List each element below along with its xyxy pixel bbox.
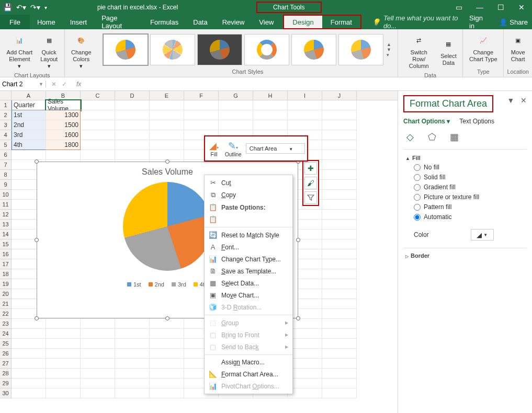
cell[interactable] <box>322 100 357 110</box>
automatic-fill-radio[interactable] <box>414 214 421 221</box>
cell[interactable] <box>322 329 357 339</box>
chart-styles-more-icon[interactable]: ▲▼▾ <box>386 42 392 58</box>
cell[interactable] <box>150 369 184 378</box>
cell[interactable] <box>322 220 357 230</box>
cell[interactable] <box>288 120 322 130</box>
sign-in-link[interactable]: Sign in <box>462 15 495 29</box>
row-header[interactable]: 30 <box>0 388 12 398</box>
cell[interactable] <box>253 100 288 110</box>
fill-line-icon[interactable]: ◇ <box>403 130 417 144</box>
cell[interactable] <box>81 349 115 359</box>
row-header[interactable]: 24 <box>0 329 12 339</box>
cell[interactable]: 2nd <box>12 120 46 130</box>
cell[interactable] <box>322 388 357 398</box>
select-data-button[interactable]: ▦ Select Data <box>438 31 460 71</box>
ctx-cut[interactable]: ✂Cut <box>205 177 292 189</box>
cell[interactable] <box>46 319 81 329</box>
chart-element-selector[interactable]: Chart Area ▼ <box>246 143 305 154</box>
cell[interactable] <box>81 329 115 339</box>
cell[interactable] <box>12 349 46 359</box>
cancel-icon[interactable]: ✕ <box>51 81 56 88</box>
tab-view[interactable]: View <box>252 15 281 29</box>
row-header[interactable]: 6 <box>0 150 12 160</box>
switch-row-column-button[interactable]: ⇄ Switch Row/ Column <box>401 31 437 71</box>
cell[interactable] <box>81 369 115 378</box>
tab-review[interactable]: Review <box>215 15 252 29</box>
fx-icon[interactable]: fx <box>72 81 85 88</box>
cell[interactable] <box>184 120 219 130</box>
cell[interactable] <box>115 329 150 339</box>
cell[interactable] <box>322 299 357 309</box>
chart-filters-button[interactable] <box>304 191 317 204</box>
cell[interactable] <box>12 378 46 388</box>
quick-layout-button[interactable]: ▦ Quick Layout▾ <box>37 31 61 71</box>
row-header[interactable]: 3 <box>0 120 12 130</box>
ctx-select-data[interactable]: ▦Select Data... <box>205 277 292 289</box>
cell[interactable] <box>12 359 46 369</box>
cell[interactable] <box>322 289 357 299</box>
cell[interactable] <box>322 160 357 170</box>
col-I[interactable]: I <box>288 91 322 100</box>
row-header[interactable]: 7 <box>0 160 12 170</box>
ctx-format-chart-area[interactable]: 📐Format Chart Area... <box>205 368 292 380</box>
cell[interactable] <box>150 140 184 150</box>
cell[interactable] <box>150 130 184 140</box>
cell[interactable] <box>322 249 357 259</box>
chart-style-2[interactable] <box>150 34 195 65</box>
automatic-fill-option[interactable]: Automatic <box>414 213 525 221</box>
close-pane-icon[interactable]: ▼ ✕ <box>507 96 527 105</box>
cell[interactable] <box>322 110 357 120</box>
solid-fill-option[interactable]: Solid fill <box>414 174 525 181</box>
cell[interactable] <box>322 269 357 279</box>
chart-style-1[interactable] <box>103 34 148 65</box>
cell[interactable] <box>81 359 115 369</box>
cell[interactable] <box>150 359 184 369</box>
cell[interactable] <box>115 100 150 110</box>
effects-icon[interactable]: ⬠ <box>425 130 439 144</box>
cell[interactable] <box>150 120 184 130</box>
cell[interactable] <box>46 378 81 388</box>
cell[interactable] <box>12 150 46 160</box>
cell[interactable] <box>322 190 357 200</box>
col-D[interactable]: D <box>115 91 150 100</box>
row-header[interactable]: 12 <box>0 210 12 220</box>
row-header[interactable]: 17 <box>0 259 12 269</box>
cell[interactable] <box>46 329 81 339</box>
gradient-fill-option[interactable]: Gradient fill <box>414 183 525 191</box>
tab-file[interactable]: File <box>0 15 30 29</box>
row-header[interactable]: 1 <box>0 100 12 110</box>
pattern-fill-option[interactable]: Pattern fill <box>414 203 525 211</box>
cell[interactable] <box>115 120 150 130</box>
cell[interactable] <box>184 100 219 110</box>
cell[interactable]: 1500 <box>46 120 81 130</box>
text-options-tab[interactable]: Text Options <box>459 118 494 125</box>
row-header[interactable]: 29 <box>0 378 12 388</box>
cell[interactable] <box>81 319 115 329</box>
tab-page-layout[interactable]: Page Layout <box>94 15 143 29</box>
ctx-move-chart[interactable]: ▣Move Chart... <box>205 289 292 301</box>
move-chart-button[interactable]: ▣ Move Chart <box>507 31 529 64</box>
cell[interactable] <box>12 319 46 329</box>
cell[interactable] <box>115 319 150 329</box>
cell[interactable] <box>46 150 81 160</box>
cell[interactable] <box>81 130 115 140</box>
tab-design[interactable]: Design <box>284 16 322 28</box>
cell[interactable] <box>322 130 357 140</box>
cell[interactable] <box>322 378 357 388</box>
cell[interactable] <box>150 110 184 120</box>
cell[interactable] <box>322 349 357 359</box>
name-box-dropdown-icon[interactable]: ▼ <box>39 82 43 87</box>
row-header[interactable]: 27 <box>0 359 12 369</box>
worksheet-grid[interactable]: A B C D E F G H I J 1QuarterSales Volume… <box>0 91 398 413</box>
tab-insert[interactable]: Insert <box>63 15 95 29</box>
cell[interactable] <box>150 339 184 349</box>
color-picker-button[interactable]: ◢▼ <box>471 229 494 240</box>
cell[interactable] <box>322 359 357 369</box>
cell[interactable]: 4th <box>12 140 46 150</box>
cell[interactable]: 1800 <box>46 140 81 150</box>
share-button[interactable]: 👤 Share <box>495 15 532 29</box>
save-icon[interactable]: 💾 <box>3 3 12 12</box>
cell[interactable] <box>322 259 357 269</box>
row-header[interactable]: 25 <box>0 339 12 349</box>
cell[interactable] <box>322 319 357 329</box>
